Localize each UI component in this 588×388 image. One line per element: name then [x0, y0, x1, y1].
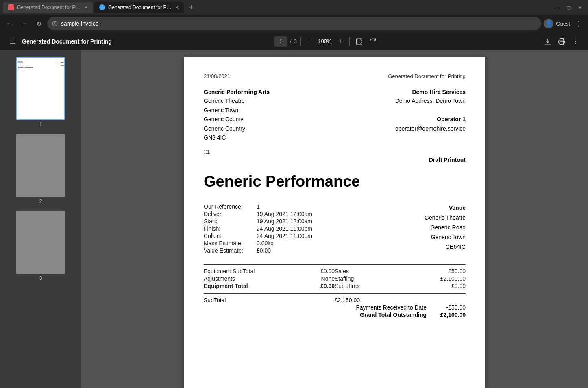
zoom-divider-2 — [349, 37, 350, 46]
download-button[interactable] — [542, 35, 554, 48]
fin-label-right-2: Sub Hires — [335, 283, 359, 289]
totals-section: SubTotal £2,150.00 Payments Received to … — [204, 297, 466, 318]
fin-value-right-2: £0.00 — [451, 283, 466, 289]
fin-label-left-0: Equipment SubTotal — [204, 268, 255, 275]
pdf-date: 21/08/2021 — [204, 73, 230, 79]
detail-label-6: Value Estimate: — [204, 247, 257, 254]
new-tab-button[interactable]: + — [185, 2, 197, 13]
back-button[interactable]: ← — [3, 17, 15, 30]
detail-value-3: 24 Aug 2021 11:00pm — [257, 225, 312, 232]
horizontal-rule-2 — [204, 293, 466, 294]
detail-value-1: 19 Aug 2021 12:00am — [257, 211, 312, 217]
thumb-number-2: 2 — [39, 198, 42, 204]
address-bar[interactable] — [47, 17, 541, 30]
profile-button[interactable]: 👤 Guest — [544, 19, 570, 28]
venue-line-0: Generic Theatre — [425, 214, 466, 221]
venue-block: Venue Generic Theatre Generic Road Gener… — [384, 203, 466, 255]
from-line-2: Generic Town — [204, 107, 238, 113]
subtotal-spacer — [226, 297, 327, 303]
minimize-button[interactable]: — — [552, 2, 562, 12]
from-line-5: GN3 4IC — [204, 134, 226, 141]
pdf-actions: ⋮ — [542, 35, 581, 48]
fin-label-right-1: Staffing — [335, 275, 354, 282]
payments-value: -£50.00 — [433, 304, 466, 311]
zoom-out-button[interactable]: − — [304, 36, 315, 47]
detail-value-4: 24 Aug 2021 11:00pm — [257, 233, 312, 239]
payments-label: Payments Received to Date — [356, 304, 427, 311]
forward-button[interactable]: → — [18, 17, 30, 30]
detail-row-3: Finish: 24 Aug 2021 11:00pm — [204, 225, 384, 232]
thumb-frame-3 — [16, 211, 65, 274]
thumb-frame-2 — [16, 134, 65, 197]
detail-value-5: 0.00kg — [257, 240, 274, 246]
operator-name: Operator 1 — [437, 116, 466, 122]
detail-value-6: £0.00 — [257, 247, 271, 254]
browser-menu-button[interactable]: ⋮ — [573, 17, 585, 30]
fin-value-left-0: £0.00 — [320, 268, 335, 275]
from-line-3: Generic County — [204, 116, 243, 122]
more-options-button[interactable]: ⋮ — [569, 35, 581, 48]
thumb-preview-1: 21/08/2021Generated Document for Printin… — [17, 58, 65, 72]
pdf-title: Generated Document for Printing — [22, 38, 112, 45]
fin-label-left-2: Equipment Total — [204, 283, 248, 289]
fin-row-left-1: Adjustments None — [204, 275, 335, 282]
page-total: 3 — [294, 38, 297, 44]
fin-row-right-1: Staffing £2,100.00 — [335, 275, 466, 282]
tab-2[interactable]: Generated Document for Printin... ✕ — [94, 2, 184, 13]
from-line-1: Generic Theatre — [204, 98, 245, 104]
pdf-viewer: 21/08/2021 Generated Document for Printi… — [81, 50, 588, 388]
ref-line: ::1 — [204, 148, 466, 155]
grand-total-value: £2,100.00 — [433, 312, 466, 318]
horizontal-rule-1 — [204, 264, 466, 265]
pdf-controls: / 3 − 100% + — [274, 35, 379, 48]
reload-button[interactable]: ↻ — [33, 17, 45, 30]
main-content: 21/08/2021Generated Document for Printin… — [0, 50, 588, 388]
thumb-number-1: 1 — [39, 122, 42, 127]
detail-label-1: Deliver: — [204, 211, 257, 217]
financials-left: Equipment SubTotal £0.00 Adjustments Non… — [204, 268, 335, 290]
draft-printout: Draft Printout — [204, 157, 466, 163]
browser-toolbar: ← → ↻ 👤 Guest ⋮ — [0, 15, 588, 33]
detail-row-0: Our Reference: 1 — [204, 203, 384, 210]
thumbnail-3[interactable]: 3 — [0, 211, 81, 281]
print-button[interactable] — [555, 35, 568, 48]
venue-line-1: Generic Road — [431, 224, 466, 231]
detail-value-0: 1 — [257, 203, 260, 210]
sidebar-toggle-button[interactable]: ☰ — [7, 35, 19, 48]
from-to-section: Generic Performing Arts Generic Theatre … — [204, 87, 466, 142]
detail-value-2: 19 Aug 2021 12:00am — [257, 218, 312, 225]
svg-rect-2 — [560, 41, 563, 45]
tab-favicon-1 — [8, 4, 14, 10]
tab-label-1: Generated Document for Printin... — [17, 4, 81, 10]
url-input[interactable] — [61, 20, 536, 27]
grand-total-label: Grand Total Outstanding — [360, 312, 427, 318]
from-line-4: Generic Country — [204, 125, 245, 132]
operator-email: operator@demohire.service — [395, 125, 466, 132]
fin-label-left-1: Adjustments — [204, 275, 235, 282]
details-section: Our Reference: 1 Deliver: 19 Aug 2021 12… — [204, 203, 466, 255]
maximize-button[interactable]: ▢ — [564, 2, 573, 12]
venue-line-2: Generic Town — [431, 234, 466, 240]
from-block: Generic Performing Arts Generic Theatre … — [204, 87, 270, 142]
fin-row-right-2: Sub Hires £0.00 — [335, 283, 466, 289]
detail-row-4: Collect: 24 Aug 2021 11:00pm — [204, 233, 384, 239]
fin-value-left-2: £0.00 — [320, 283, 335, 289]
detail-row-6: Value Estimate: £0.00 — [204, 247, 384, 254]
thumbnail-1[interactable]: 21/08/2021Generated Document for Printin… — [0, 57, 81, 127]
tab-1[interactable]: Generated Document for Printin... ✕ — [3, 2, 93, 13]
rotate-button[interactable] — [367, 35, 379, 48]
thumbnail-2[interactable]: 2 — [0, 134, 81, 204]
tab-close-2[interactable]: ✕ — [175, 4, 179, 10]
fin-value-right-0: £50.00 — [448, 268, 466, 275]
close-window-button[interactable]: ✕ — [575, 2, 585, 12]
page-number-input[interactable] — [274, 36, 287, 47]
fit-page-button[interactable] — [353, 35, 365, 48]
to-block: Demo Hire Services Demo Address, Demo To… — [395, 87, 466, 142]
page-separator: / — [290, 38, 292, 44]
detail-label-4: Collect: — [204, 233, 257, 239]
subtotal-value: £2,150.00 — [327, 297, 360, 303]
tab-close-1[interactable]: ✕ — [84, 4, 88, 10]
zoom-in-button[interactable]: + — [335, 36, 346, 47]
print-icon — [558, 38, 565, 45]
svg-rect-1 — [356, 39, 362, 44]
